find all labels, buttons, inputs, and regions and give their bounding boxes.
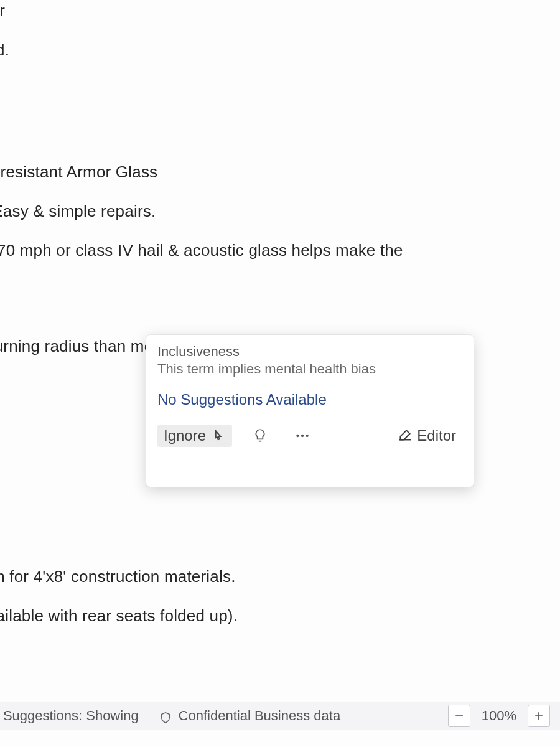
editor-label: Editor bbox=[417, 427, 456, 444]
no-suggestions-text: No Suggestions Available bbox=[157, 391, 462, 408]
zoom-out-button[interactable]: − bbox=[448, 705, 470, 727]
ignore-button[interactable]: Ignore bbox=[157, 425, 232, 447]
suggestion-message: This term implies mental health bias bbox=[157, 361, 462, 377]
document-page: er than a sports car 00 lbs max payload.… bbox=[0, 0, 560, 747]
lightbulb-icon bbox=[252, 428, 268, 444]
paragraph: enough to walk on! bbox=[0, 644, 548, 666]
editor-pen-icon bbox=[397, 428, 413, 444]
paragraph: er than a sports car bbox=[0, 0, 548, 22]
svg-point-1 bbox=[301, 435, 304, 437]
paragraph: 00 lbs max payload. bbox=[0, 39, 548, 61]
popup-action-row: Ignore bbox=[157, 425, 462, 447]
paragraph: ditional 54 cu ft available with rear se… bbox=[0, 605, 548, 627]
paragraph: ner & is big enough for 4'x8' constructi… bbox=[0, 566, 548, 588]
paragraph: skeleton & shatter-resistant Armor Glass bbox=[0, 161, 548, 183]
paragraph: g-term corrosion. Easy & simple repairs. bbox=[0, 200, 548, 222]
more-icon bbox=[294, 428, 310, 444]
paragraph: otor) bbox=[0, 78, 548, 100]
zoom-value[interactable]: 100% bbox=[477, 708, 521, 724]
editor-suggestions-status[interactable]: ditor Suggestions: Showing bbox=[0, 708, 139, 724]
paragraph: ct of a baseball at 70 mph or class IV h… bbox=[0, 240, 548, 261]
cursor-pointer-icon bbox=[210, 429, 226, 445]
more-button[interactable] bbox=[288, 425, 317, 446]
sensitivity-label[interactable]: Confidential Business data bbox=[179, 708, 341, 724]
zoom-in-button[interactable]: + bbox=[528, 705, 550, 727]
svg-point-2 bbox=[306, 435, 308, 437]
ignore-label: Ignore bbox=[164, 427, 206, 444]
svg-point-0 bbox=[296, 435, 299, 437]
editor-suggestion-popup: Inclusiveness This term implies mental h… bbox=[146, 335, 474, 487]
sensitivity-icon bbox=[159, 711, 172, 725]
suggestion-category: Inclusiveness bbox=[157, 344, 462, 360]
lightbulb-button[interactable] bbox=[246, 425, 274, 446]
editor-button[interactable]: Editor bbox=[391, 425, 462, 447]
text-fragment: max payload. bbox=[0, 40, 9, 59]
status-bar: ditor Suggestions: Showing Confidential … bbox=[0, 702, 560, 730]
